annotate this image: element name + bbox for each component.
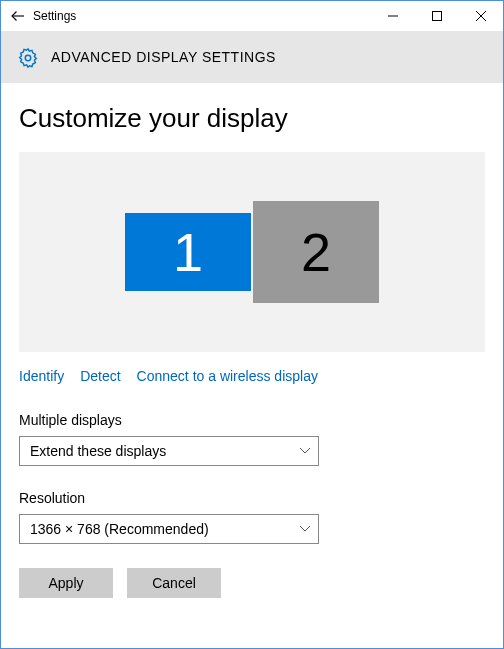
monitor-2-label: 2: [301, 221, 331, 283]
svg-rect-2: [433, 12, 442, 21]
gear-icon: [17, 47, 37, 67]
resolution-value: 1366 × 768 (Recommended): [30, 521, 209, 537]
apply-button-label: Apply: [48, 575, 83, 591]
cancel-button-label: Cancel: [152, 575, 196, 591]
apply-button[interactable]: Apply: [19, 568, 113, 598]
chevron-down-icon: [300, 526, 310, 532]
action-links: Identify Detect Connect to a wireless di…: [19, 368, 485, 384]
header-title: ADVANCED DISPLAY SETTINGS: [51, 49, 276, 65]
resolution-label: Resolution: [19, 490, 485, 506]
settings-window: Settings ADVANCED DISPLAY SETTINGS Custo…: [0, 0, 504, 649]
minimize-button[interactable]: [371, 1, 415, 31]
titlebar: Settings: [1, 1, 503, 31]
button-row: Apply Cancel: [19, 568, 485, 598]
display-preview: 1 2: [19, 152, 485, 352]
detect-link[interactable]: Detect: [80, 368, 120, 384]
page-title: Customize your display: [19, 103, 485, 134]
cancel-button[interactable]: Cancel: [127, 568, 221, 598]
header-bar: ADVANCED DISPLAY SETTINGS: [1, 31, 503, 83]
monitor-2[interactable]: 2: [253, 201, 379, 303]
wireless-link[interactable]: Connect to a wireless display: [137, 368, 318, 384]
monitor-1-label: 1: [173, 221, 203, 283]
multiple-displays-select[interactable]: Extend these displays: [19, 436, 319, 466]
content-area: Customize your display 1 2 Identify Dete…: [1, 83, 503, 648]
svg-point-5: [25, 55, 31, 61]
monitor-1[interactable]: 1: [125, 213, 251, 291]
multiple-displays-label: Multiple displays: [19, 412, 485, 428]
maximize-button[interactable]: [415, 1, 459, 31]
multiple-displays-value: Extend these displays: [30, 443, 166, 459]
titlebar-left: Settings: [1, 7, 371, 25]
window-title: Settings: [33, 9, 76, 23]
identify-link[interactable]: Identify: [19, 368, 64, 384]
chevron-down-icon: [300, 448, 310, 454]
resolution-select[interactable]: 1366 × 768 (Recommended): [19, 514, 319, 544]
window-controls: [371, 1, 503, 31]
back-icon[interactable]: [9, 7, 27, 25]
close-button[interactable]: [459, 1, 503, 31]
